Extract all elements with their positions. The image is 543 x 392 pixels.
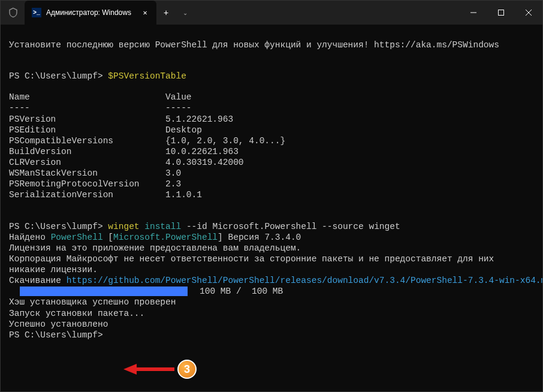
progress-line: 100 MB / 100 MB [9,286,534,297]
table-row: BuildVersion 10.0.22621.963 [9,146,534,157]
titlebar: >_ Администратор: Windows Po ✕ + ⌄ [1,1,542,25]
powershell-icon: >_ [32,8,41,17]
prompt-line-3: PS C:\Users\lumpf> [9,330,534,340]
tab-title: Администратор: Windows Po [46,8,134,17]
window-controls [460,1,542,25]
table-row: WSManStackVersion 3.0 [9,168,534,179]
table-dashes: ---- ----- [9,102,534,113]
shield-icon [8,7,19,18]
starting-line: Запуск установки пакета... [9,308,534,319]
banner-line: Установите последнюю версию PowerShell д… [9,40,534,50]
svg-marker-5 [123,364,137,375]
maximize-button[interactable] [487,1,515,25]
command-2-winget: winget [108,222,144,231]
minimize-button[interactable] [460,1,487,25]
annotation-badge: 3 [177,360,197,379]
table-row: PSRemotingProtocolVersion 2.3 [9,179,534,189]
download-line: Скачивание https://github.com/PowerShell… [9,275,534,286]
tab-dropdown-button[interactable]: ⌄ [176,1,195,25]
tab-close-button[interactable]: ✕ [140,7,150,18]
progress-bar [20,287,188,296]
table-row: CLRVersion 4.0.30319.42000 [9,157,534,168]
command-2-install: install [144,222,186,231]
svg-rect-1 [499,10,504,16]
license-line-1: Лицензия на это приложение предоставлена… [9,243,534,254]
table-row: SerializationVersion 1.1.0.1 [9,189,534,200]
license-line-2: Корпорация Майкрософт не несет ответстве… [9,254,534,264]
table-row: PSCompatibleVersions {1.0, 2.0, 3.0, 4.0… [9,135,534,146]
download-url: https://github.com/PowerShell/PowerShell… [67,276,543,285]
success-line: Успешно установлено [9,319,534,330]
titlebar-left: >_ Администратор: Windows Po ✕ + ⌄ [1,1,195,25]
found-line: Найдено PowerShell [Microsoft.PowerShell… [9,232,534,243]
progress-text: 100 MB / 100 MB [200,287,283,296]
prompt-line-1: PS C:\Users\lumpf> $PSVersionTable [9,71,534,82]
hash-line: Хэш установщика успешно проверен [9,297,534,307]
active-tab[interactable]: >_ Администратор: Windows Po ✕ [25,1,156,25]
table-row: PSEdition Desktop [9,125,534,135]
annotation-callout: 3 [123,360,197,379]
terminal-content[interactable]: Установите последнюю версию PowerShell д… [1,25,542,391]
new-tab-button[interactable]: + [156,1,176,25]
table-header: Name Value [9,92,534,102]
prompt-line-2: PS C:\Users\lumpf> winget install --id M… [9,221,534,232]
table-row: PSVersion 5.1.22621.963 [9,114,534,125]
command-1: $PSVersionTable [108,71,186,81]
arrow-icon [123,363,177,376]
close-button[interactable] [515,1,542,25]
license-line-3: никакие лицензии. [9,264,534,275]
